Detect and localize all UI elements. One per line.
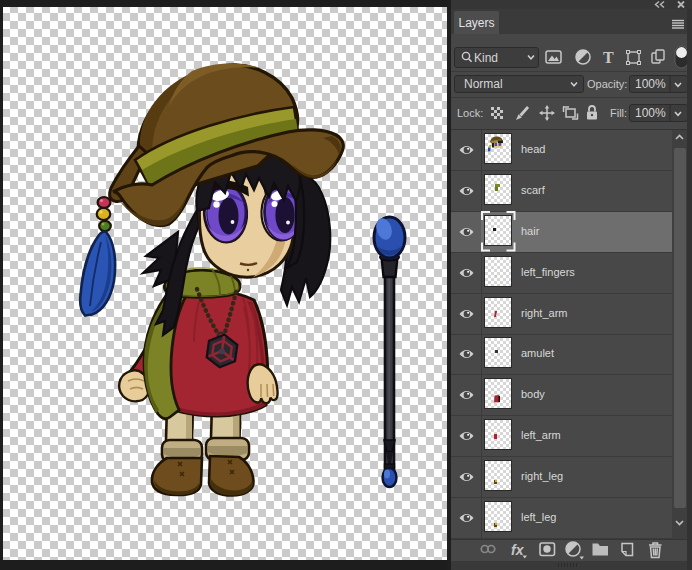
svg-text:T: T xyxy=(603,49,614,66)
svg-text:fx: fx xyxy=(511,542,525,558)
